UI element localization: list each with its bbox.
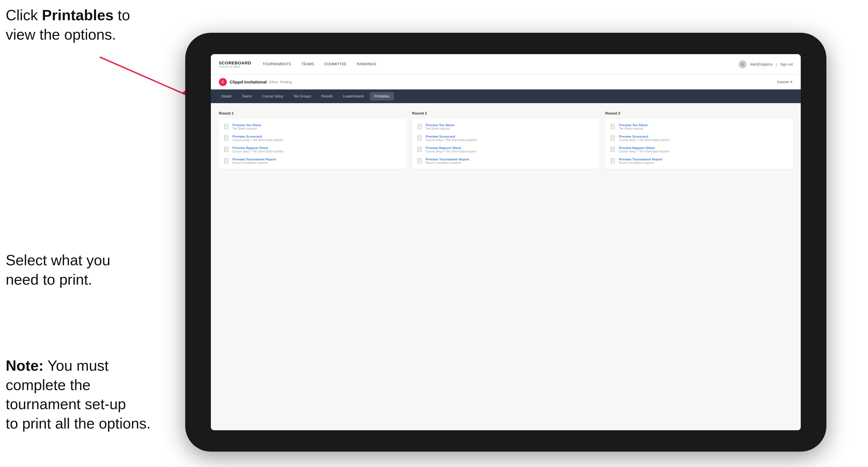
nav-tournaments[interactable]: TOURNAMENTS: [262, 62, 291, 67]
round1-tournament-report[interactable]: Preview Tournament Report Round Completi…: [223, 158, 402, 164]
main-content: Round 1 Preview Tee Sheet Tee: [211, 103, 801, 430]
scoreboard-logo: SCOREBOARD Powered by clippd: [219, 60, 251, 68]
round2-tee-sheet-title: Preview Tee Sheet: [426, 123, 454, 127]
round2-scorecard-subtitle: Course setup + Tee Sheet data required: [426, 138, 476, 142]
r3-tournament-report-icon: [610, 158, 616, 164]
round2-tee-sheet[interactable]: Preview Tee Sheet Tee Sheet required: [416, 123, 595, 130]
round1-raguzzi[interactable]: Preview Raguzzi Sheet Course setup + Tee…: [223, 146, 402, 153]
sign-out-link[interactable]: Sign out: [780, 62, 793, 66]
tab-course-setup[interactable]: Course Setup: [258, 92, 287, 101]
sign-out-separator: |: [776, 62, 777, 66]
tournament-report-icon: [223, 158, 230, 164]
tablet-screen: SCOREBOARD Powered by clippd TOURNAMENTS…: [211, 54, 801, 430]
round1-scorecard[interactable]: Preview Scorecard Course setup + Tee She…: [223, 135, 402, 142]
round1-tee-sheet[interactable]: Preview Tee Sheet Tee Sheet required: [223, 123, 402, 130]
round1-tee-sheet-title: Preview Tee Sheet: [232, 123, 261, 127]
instruction-note-bold: Note:: [6, 357, 43, 374]
round1-raguzzi-subtitle: Course setup + Tee Sheet data required: [232, 150, 283, 153]
round3-tournament-report-text: Preview Tournament Report Round Completi…: [619, 158, 662, 164]
round1-scorecard-title: Preview Scorecard: [232, 135, 283, 138]
round1-raguzzi-text: Preview Raguzzi Sheet Course setup + Tee…: [232, 146, 283, 153]
round-1-section: Round 1 Preview Tee Sheet Tee: [219, 111, 406, 169]
round1-raguzzi-title: Preview Raguzzi Sheet: [232, 146, 283, 150]
round3-raguzzi-subtitle: Course setup + Tee Sheet data required: [619, 150, 670, 153]
r2-raguzzi-icon: [416, 147, 423, 153]
r2-tournament-report-icon: [416, 158, 423, 164]
tab-tee-groups[interactable]: Tee Groups: [289, 92, 315, 101]
user-email: blair@clippd.io: [750, 62, 773, 66]
round1-tee-sheet-text: Preview Tee Sheet Tee Sheet required: [232, 123, 261, 130]
tablet-shell: SCOREBOARD Powered by clippd TOURNAMENTS…: [185, 33, 827, 452]
round2-scorecard-title: Preview Scorecard: [426, 135, 476, 138]
scorecard-icon: [223, 135, 230, 141]
rounds-grid: Round 1 Preview Tee Sheet Tee: [219, 111, 793, 169]
round2-raguzzi-title: Preview Raguzzi Sheet: [426, 146, 476, 150]
instruction-bottom: Note: You mustcomplete thetournament set…: [6, 356, 151, 433]
round1-scorecard-text: Preview Scorecard Course setup + Tee She…: [232, 135, 283, 142]
round3-tee-sheet-text: Preview Tee Sheet Tee Sheet required: [619, 123, 647, 130]
round2-tournament-report-title: Preview Tournament Report: [426, 158, 469, 161]
round-1-title: Round 1: [219, 111, 406, 115]
logo-letter: C: [222, 80, 224, 84]
instruction-top: Click Printables toview the options.: [6, 6, 130, 44]
raguzzi-icon: [223, 147, 230, 153]
round2-scorecard-text: Preview Scorecard Course setup + Tee She…: [426, 135, 476, 142]
powered-by-text: Powered by clippd: [219, 65, 251, 68]
nav-committee[interactable]: COMMITTEE: [324, 62, 346, 67]
round2-raguzzi[interactable]: Preview Raguzzi Sheet Course setup + Tee…: [416, 146, 595, 153]
round3-tournament-report[interactable]: Preview Tournament Report Round Completi…: [610, 158, 788, 164]
logo-text: SCOREBOARD: [219, 60, 251, 65]
round1-scorecard-subtitle: Course setup + Tee Sheet data required: [232, 138, 283, 142]
round3-scorecard[interactable]: Preview Scorecard Course setup + Tee She…: [610, 135, 788, 142]
r2-tee-sheet-icon: [416, 124, 423, 130]
round-1-card: Preview Tee Sheet Tee Sheet required: [219, 119, 406, 169]
tab-teams[interactable]: Teams: [237, 92, 256, 101]
tab-leaderboards[interactable]: Leaderboards: [338, 92, 368, 101]
svg-line-0: [100, 57, 191, 97]
round-2-title: Round 2: [412, 111, 599, 115]
instruction-bold: Printables: [42, 7, 114, 23]
nav-teams[interactable]: TEAMS: [302, 62, 314, 67]
tab-printables[interactable]: Printables: [370, 92, 394, 101]
instruction-middle: Select what youneed to print.: [6, 251, 110, 289]
round-3-section: Round 3 Preview Tee Sheet Tee: [605, 111, 793, 169]
r3-tee-sheet-icon: [610, 124, 616, 130]
r2-scorecard-icon: [416, 135, 423, 141]
round-3-title: Round 3: [605, 111, 793, 115]
round3-tee-sheet-title: Preview Tee Sheet: [619, 123, 647, 127]
tab-details[interactable]: Details: [217, 92, 236, 101]
round3-scorecard-subtitle: Course setup + Tee Sheet data required: [619, 138, 670, 142]
round-2-section: Round 2 Preview Tee Sheet Tee: [412, 111, 599, 169]
round3-scorecard-title: Preview Scorecard: [619, 135, 670, 138]
round3-raguzzi-text: Preview Raguzzi Sheet Course setup + Tee…: [619, 146, 670, 153]
round-3-card: Preview Tee Sheet Tee Sheet required: [605, 119, 793, 169]
tournament-name: Clippd Invitational: [230, 80, 267, 84]
round2-tee-sheet-text: Preview Tee Sheet Tee Sheet required: [426, 123, 454, 130]
nav-rankings[interactable]: RANKINGS: [357, 62, 376, 67]
r3-scorecard-icon: [610, 135, 616, 141]
tab-results[interactable]: Results: [317, 92, 337, 101]
round2-tournament-report-subtitle: Round Completion required: [426, 161, 469, 164]
cancel-button[interactable]: Cancel ✕: [777, 80, 793, 84]
round3-tee-sheet-subtitle: Tee Sheet required: [619, 127, 647, 130]
round3-tournament-report-subtitle: Round Completion required: [619, 161, 662, 164]
user-avatar: B: [739, 60, 747, 68]
top-nav-right: B blair@clippd.io | Sign out: [739, 60, 793, 68]
round2-tournament-report[interactable]: Preview Tournament Report Round Completi…: [416, 158, 595, 164]
r3-raguzzi-icon: [610, 147, 616, 153]
round1-tee-sheet-subtitle: Tee Sheet required: [232, 127, 261, 130]
tournament-gender: (Men): [269, 80, 278, 84]
round2-tee-sheet-subtitle: Tee Sheet required: [426, 127, 454, 130]
round1-tournament-report-text: Preview Tournament Report Round Completi…: [232, 158, 276, 164]
top-nav: SCOREBOARD Powered by clippd TOURNAMENTS…: [211, 54, 801, 75]
round1-tournament-report-title: Preview Tournament Report: [232, 158, 276, 161]
round3-tee-sheet[interactable]: Preview Tee Sheet Tee Sheet required: [610, 123, 788, 130]
round2-scorecard[interactable]: Preview Scorecard Course setup + Tee She…: [416, 135, 595, 142]
round3-raguzzi[interactable]: Preview Raguzzi Sheet Course setup + Tee…: [610, 146, 788, 153]
round2-raguzzi-subtitle: Course setup + Tee Sheet data required: [426, 150, 476, 153]
tournament-header: C Clippd Invitational (Men) Hosting Canc…: [211, 75, 801, 90]
round3-tournament-report-title: Preview Tournament Report: [619, 158, 662, 161]
round2-tournament-report-text: Preview Tournament Report Round Completi…: [426, 158, 469, 164]
tournament-status: Hosting: [280, 80, 292, 84]
round1-tournament-report-subtitle: Round Completion required: [232, 161, 276, 164]
